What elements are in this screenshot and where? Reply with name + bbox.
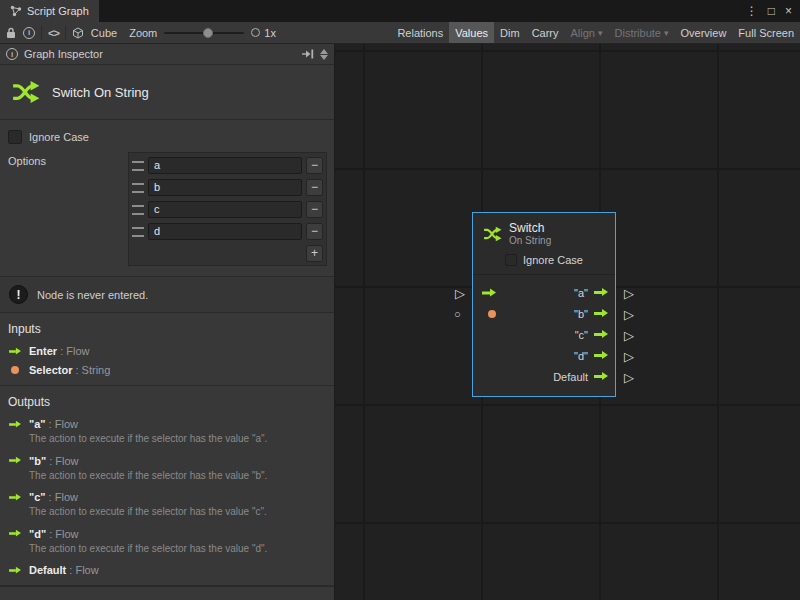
flow-arrow-icon (9, 530, 21, 538)
graph-inspector-panel: i Graph Inspector (0, 44, 335, 600)
tab-bar: Script Graph ⋮ □ × (0, 0, 800, 22)
distribute-label: Distribute (615, 27, 661, 39)
align-button[interactable]: Align ▾ (565, 22, 609, 43)
remove-option-button[interactable]: − (306, 179, 323, 196)
port-separator: : (72, 364, 81, 376)
output-port-row: "a" : Flow (8, 418, 326, 430)
node-ports: ▷ "a" ▷ ○ "b" ▷ "c" (473, 275, 615, 396)
option-row: − (131, 176, 324, 198)
dock-panel-icon[interactable] (301, 49, 314, 59)
options-list: − − − (128, 152, 327, 266)
drag-handle-icon[interactable] (132, 161, 144, 171)
full-screen-button[interactable]: Full Screen (732, 22, 800, 43)
ignore-case-label: Ignore Case (523, 254, 583, 266)
output-port-b[interactable]: ▷ (624, 307, 634, 320)
enter-port[interactable]: ▷ (455, 286, 465, 299)
flow-arrow-icon (9, 347, 21, 355)
output-port-c[interactable]: ▷ (624, 328, 634, 341)
port-name: "c" (29, 491, 46, 503)
port-separator: : (46, 418, 55, 430)
options-label: Options (8, 152, 128, 167)
option-row: − (131, 154, 324, 176)
port-type: Flow (55, 455, 78, 467)
output-port-default[interactable]: ▷ (624, 370, 634, 383)
zoom-slider[interactable] (164, 32, 244, 34)
output-port-a[interactable]: ▷ (624, 286, 634, 299)
node-header[interactable]: Switch On String (473, 213, 615, 251)
tab-title: Script Graph (27, 5, 89, 17)
port-name: Enter (29, 345, 57, 357)
flow-arrow-icon (594, 351, 608, 360)
option-input[interactable] (148, 179, 302, 196)
target-selector[interactable]: Cube (66, 22, 123, 43)
output-port-d[interactable]: ▷ (624, 349, 634, 362)
graph-canvas[interactable]: Switch On String Ignore Case ▷ "a" ▷ (335, 44, 800, 600)
ignore-case-checkbox[interactable] (505, 254, 517, 266)
info-icon[interactable]: i (23, 27, 35, 39)
outputs-header: Outputs (8, 395, 326, 409)
value-port-icon (488, 310, 496, 318)
add-option-row: + (131, 242, 324, 264)
drag-handle-icon[interactable] (132, 205, 144, 215)
value-port-icon (11, 366, 19, 374)
maximize-icon[interactable]: □ (768, 5, 775, 17)
tab-script-graph[interactable]: Script Graph (0, 0, 99, 22)
dim-button[interactable]: Dim (494, 22, 526, 43)
code-view-icon[interactable]: <> (48, 27, 59, 39)
remove-option-button[interactable]: − (306, 223, 323, 240)
flow-arrow-icon (594, 309, 608, 318)
port-description: The action to execute if the selector ha… (29, 433, 326, 446)
relations-button[interactable]: Relations (391, 22, 449, 43)
drag-handle-icon[interactable] (132, 227, 144, 237)
port-separator: : (46, 528, 55, 540)
flow-arrow-icon (594, 372, 608, 381)
align-label: Align (571, 27, 595, 39)
switch-node[interactable]: Switch On String Ignore Case ▷ "a" ▷ (472, 212, 616, 397)
port-name: "b" (29, 455, 46, 467)
output-port-row: "d" : Flow (8, 528, 326, 540)
panel-scroll-arrows[interactable] (320, 49, 328, 60)
carry-button[interactable]: Carry (526, 22, 565, 43)
values-button[interactable]: Values (449, 22, 494, 43)
input-port-row: Enter : Flow (8, 345, 326, 357)
overview-button[interactable]: Overview (675, 22, 733, 43)
remove-option-button[interactable]: − (306, 157, 323, 174)
zoom-slider-handle[interactable] (203, 28, 213, 38)
drag-handle-icon[interactable] (132, 183, 144, 193)
option-input[interactable] (148, 201, 302, 218)
port-separator: : (46, 455, 55, 467)
node-port-row: ▷ "a" ▷ (480, 282, 608, 303)
output-port-row: "c" : Flow (8, 491, 326, 503)
switch-icon (10, 77, 40, 107)
zoom-label: Zoom (129, 27, 157, 39)
node-port-row: "c" ▷ (480, 324, 608, 345)
flow-arrow-icon (9, 457, 21, 465)
node-output-label: "c" (575, 329, 588, 341)
port-type: Flow (66, 345, 89, 357)
add-option-button[interactable]: + (306, 245, 323, 262)
node-subtitle: On String (509, 235, 551, 247)
window-menu-icon[interactable]: ⋮ (746, 5, 758, 17)
warning-banner: ! Node is never entered. (0, 276, 334, 313)
port-name: "a" (29, 418, 46, 430)
lock-icon[interactable] (6, 27, 16, 39)
ignore-case-checkbox[interactable] (8, 130, 22, 144)
port-separator: : (46, 491, 55, 503)
close-icon[interactable]: × (785, 5, 792, 17)
flow-arrow-icon (9, 566, 21, 574)
option-input[interactable] (148, 157, 302, 174)
scroll-up-icon[interactable] (320, 49, 328, 54)
zoom-reset-icon (251, 28, 260, 37)
inspector-footer (0, 586, 334, 600)
zoom-value: 1x (264, 27, 276, 39)
zoom-reset-button[interactable]: 1x (251, 27, 276, 39)
distribute-button[interactable]: Distribute ▾ (609, 22, 675, 43)
scroll-down-icon[interactable] (320, 55, 328, 60)
remove-option-button[interactable]: − (306, 201, 323, 218)
port-name: Default (29, 564, 66, 576)
option-input[interactable] (148, 223, 302, 240)
node-output-label: "d" (574, 350, 588, 362)
selector-port[interactable]: ○ (454, 308, 461, 319)
toolbar-buttons: Relations Values Dim Carry Align ▾ Distr… (391, 22, 800, 43)
script-graph-window: Script Graph ⋮ □ × i <> Cube (0, 0, 800, 600)
